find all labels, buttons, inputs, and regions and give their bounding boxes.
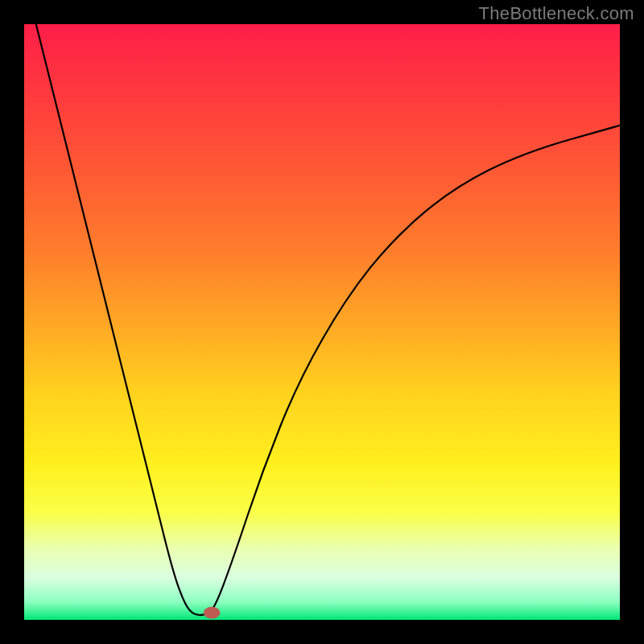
chart-stage: TheBottleneck.com [0, 0, 644, 644]
plot-area [24, 24, 620, 620]
optimal-point-marker [204, 607, 221, 619]
bottleneck-chart [0, 0, 644, 644]
watermark-text: TheBottleneck.com [479, 3, 634, 24]
